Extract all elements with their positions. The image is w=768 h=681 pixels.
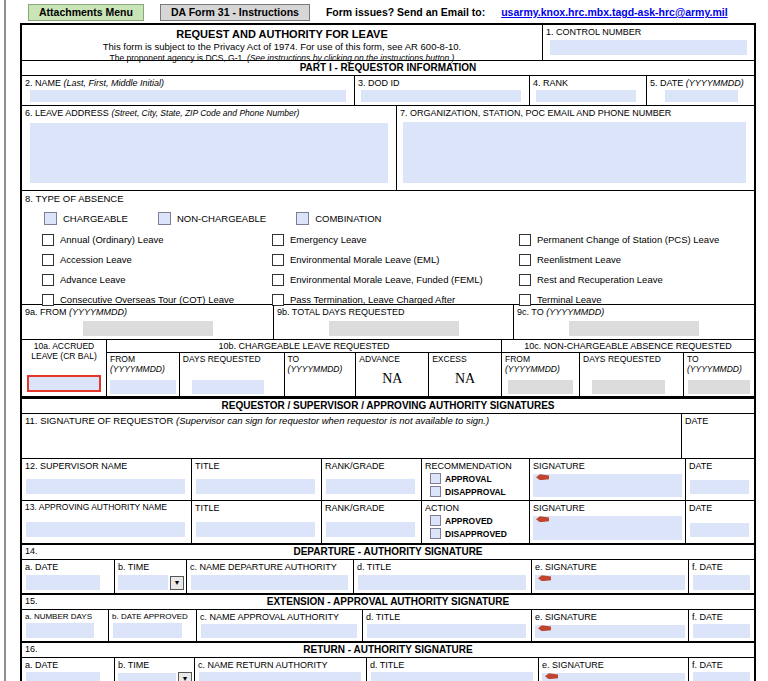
extension-fdate-input[interactable] xyxy=(693,624,750,638)
chargeable-checkbox[interactable] xyxy=(44,212,57,225)
from-date-input[interactable] xyxy=(83,321,213,336)
time-dropdown-button[interactable]: ▼ xyxy=(178,672,192,681)
departure-fdate-input[interactable] xyxy=(693,575,750,590)
approving-name-input[interactable] xyxy=(26,522,185,537)
supervisor-signature-cell: SIGNATURE xyxy=(530,459,686,500)
requestor-signature-cell[interactable]: 11. SIGNATURE OF REQUESTOR (Supervisor c… xyxy=(22,414,682,458)
supervisor-signature-input[interactable] xyxy=(533,474,682,497)
da-form-31-instructions-button[interactable]: DA Form 31 - Instructions xyxy=(160,4,310,21)
supervisor-name-label: 12. SUPERVISOR NAME xyxy=(22,459,191,473)
extension-title-input[interactable] xyxy=(367,624,526,638)
supervisor-date-cell: DATE xyxy=(686,459,754,500)
chargeable-from-input[interactable] xyxy=(110,380,176,394)
emergency-leave-checkbox[interactable] xyxy=(272,234,284,246)
supervisor-title-input[interactable] xyxy=(196,479,315,494)
accrued-leave-input[interactable] xyxy=(27,375,101,392)
nc-from-input[interactable] xyxy=(508,380,573,394)
attachments-menu-button[interactable]: Attachments Menu xyxy=(28,4,144,21)
nc-days-cell: DAYS REQUESTED xyxy=(580,353,684,396)
disapproval-option: DISAPPROVAL xyxy=(422,486,529,497)
control-number-input[interactable] xyxy=(550,40,747,55)
non-chargeable-checkbox[interactable] xyxy=(158,212,171,225)
advance-value: NA xyxy=(356,371,428,387)
departure-signature-input[interactable] xyxy=(535,575,685,590)
supervisor-date-input[interactable] xyxy=(690,480,749,494)
extension-days-input[interactable] xyxy=(26,623,94,638)
chargeable-days-input[interactable] xyxy=(192,380,264,394)
approving-title-input[interactable] xyxy=(196,522,315,537)
return-authority-name-input[interactable] xyxy=(199,672,361,681)
extension-authority-name-input[interactable] xyxy=(201,624,357,638)
chargeable-leave-group: 10b. CHARGEABLE LEAVE REQUESTED FROM(YYY… xyxy=(107,340,502,396)
approved-checkbox[interactable] xyxy=(430,515,441,526)
pcs-leave-checkbox[interactable] xyxy=(519,234,531,246)
return-authority-name-label: c. NAME RETURN AUTHORITY xyxy=(195,658,366,672)
combination-checkbox[interactable] xyxy=(296,212,309,225)
control-number-cell: 1. CONTROL NUMBER xyxy=(543,25,754,60)
approval-checkbox[interactable] xyxy=(430,473,441,484)
rank-label: 4. RANK xyxy=(530,76,646,90)
to-date-input[interactable] xyxy=(569,321,699,336)
requestor-date-cell[interactable]: DATE xyxy=(682,414,754,458)
extension-date-approved-input[interactable] xyxy=(113,623,182,638)
return-authority-name-cell: c. NAME RETURN AUTHORITY xyxy=(195,658,367,681)
return-fdate-input[interactable] xyxy=(693,672,750,681)
leave-address-input[interactable] xyxy=(30,123,388,183)
accession-leave-checkbox[interactable] xyxy=(42,254,54,266)
rr-leave-checkbox[interactable] xyxy=(519,274,531,286)
approving-rank-input[interactable] xyxy=(326,522,415,537)
approving-date-label: DATE xyxy=(686,501,754,515)
leave-type-rest-recuperation: Rest and Recuperation Leave xyxy=(519,274,754,286)
date-label: 5. DATE (YYYYMMDD) xyxy=(647,76,754,90)
hrc-email-link[interactable]: usarmy.knox.hrc.mbx.tagd-ask-hrc@army.mi… xyxy=(501,6,727,18)
extension-days-label: a. NUMBER DAYS xyxy=(22,610,108,623)
departure-title-label: d. TITLE xyxy=(354,560,531,574)
nc-to-input[interactable] xyxy=(688,380,750,394)
to-date-label: 9c. TO (YYYYMMDD) xyxy=(514,305,754,319)
disapproved-checkbox[interactable] xyxy=(430,528,441,539)
approving-date-input[interactable] xyxy=(690,523,749,537)
form-title: REQUEST AND AUTHORITY FOR LEAVE xyxy=(22,28,542,40)
return-time-input[interactable] xyxy=(118,673,176,681)
date-input[interactable] xyxy=(665,90,738,102)
eml-checkbox[interactable] xyxy=(272,254,284,266)
disapproval-checkbox[interactable] xyxy=(430,486,441,497)
approving-signature-label: SIGNATURE xyxy=(530,501,685,515)
return-date-input[interactable] xyxy=(26,672,100,681)
name-input[interactable] xyxy=(30,90,346,102)
approving-name-cell: 13. APPROVING AUTHORITY NAME xyxy=(22,501,192,543)
requestor-signature-label: 11. SIGNATURE OF REQUESTOR (Supervisor c… xyxy=(22,414,681,429)
supervisor-rank-input[interactable] xyxy=(326,479,415,494)
supervisor-name-input[interactable] xyxy=(26,479,185,494)
departure-time-input[interactable] xyxy=(118,575,168,590)
departure-authority-name-cell: c. NAME DEPARTURE AUTHORITY xyxy=(187,560,354,593)
supervisor-signature-label: SIGNATURE xyxy=(530,459,685,473)
departure-title-input[interactable] xyxy=(358,575,526,590)
nc-days-input[interactable] xyxy=(592,380,665,394)
feml-checkbox[interactable] xyxy=(272,274,284,286)
supervisor-name-cell: 12. SUPERVISOR NAME xyxy=(22,459,192,500)
time-dropdown-button[interactable]: ▼ xyxy=(170,576,184,590)
rank-input[interactable] xyxy=(536,90,636,102)
nc-from-cell: FROM(YYYYMMDD) xyxy=(502,353,580,396)
approving-date-cell: DATE xyxy=(686,501,754,543)
return-signature-input[interactable] xyxy=(542,673,685,681)
name-cell: 2. NAME (Last, First, Middle Initial) xyxy=(22,76,355,105)
approving-signature-input[interactable] xyxy=(533,516,682,540)
extension-signature-input[interactable] xyxy=(535,625,685,638)
leave-type-advance: Advance Leave xyxy=(42,274,272,286)
departure-authority-name-input[interactable] xyxy=(191,575,348,590)
type-of-absence-section: 8. TYPE OF ABSENCE CHARGEABLE NON-CHARGE… xyxy=(22,191,754,304)
reenlistment-leave-checkbox[interactable] xyxy=(519,254,531,266)
return-title-input[interactable] xyxy=(371,672,533,681)
annual-leave-checkbox[interactable] xyxy=(42,234,54,246)
organization-input[interactable] xyxy=(403,122,746,183)
advance-leave-checkbox[interactable] xyxy=(42,274,54,286)
dod-id-input[interactable] xyxy=(361,90,521,102)
departure-time-label: b. TIME xyxy=(115,560,186,574)
departure-date-input[interactable] xyxy=(26,575,100,590)
organization-label: 7. ORGANIZATION, STATION, POC EMAIL AND … xyxy=(397,106,754,120)
total-days-input[interactable] xyxy=(329,321,459,336)
leave-address-label: 6. LEAVE ADDRESS (Street, City, State, Z… xyxy=(22,106,396,121)
approving-name-label: 13. APPROVING AUTHORITY NAME xyxy=(22,501,191,515)
